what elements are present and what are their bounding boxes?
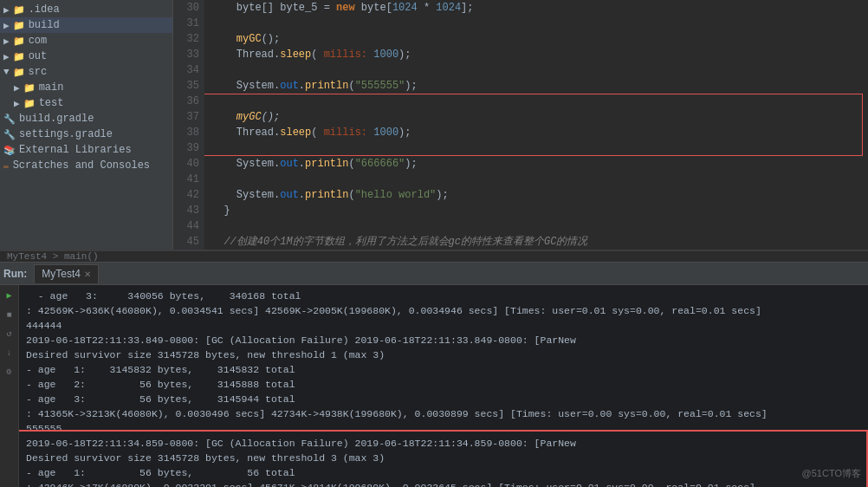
sidebar-item-label: settings.gradle — [19, 128, 113, 140]
stop-button[interactable]: ■ — [3, 308, 16, 321]
sidebar-item-label: com — [29, 35, 48, 47]
run-panel: Run: MyTest4 ✕ ▶ ■ ↺ ↓ ⚙ - age 3: 340056… — [0, 262, 868, 487]
scratch-icon: ✏️ — [3, 160, 10, 172]
code-line-37: myGC(); — [211, 109, 868, 125]
idea-folder-icon: 📁 — [13, 4, 25, 16]
console-line: 2019-06-18T22:11:34.859-0800: [GC (Alloc… — [26, 436, 861, 451]
sidebar-item-label: src — [29, 66, 48, 78]
out-folder-icon: 📁 — [13, 51, 25, 62]
code-editor: 30 31 32 33 34 35 36 37 38 39 40 41 42 4… — [173, 0, 868, 250]
close-tab-button[interactable]: ✕ — [84, 269, 91, 279]
code-area[interactable]: byte[] byte_5 = new byte[1024 * 1024]; m… — [204, 0, 868, 250]
code-line-42: System.out.println("hello world"); — [211, 187, 868, 203]
console-line: : 42569K->636K(46080K), 0.0034541 secs] … — [26, 303, 861, 318]
code-line-38: Thread.sleep( millis: 1000); — [211, 125, 868, 140]
code-line-30: byte[] byte_5 = new byte[1024 * 1024]; — [211, 0, 868, 16]
folder-expand-icon: ▼ — [3, 67, 10, 77]
console-line: - age 3: 56 bytes, 3145944 total — [26, 392, 861, 406]
folder-icon: ▶ — [3, 4, 10, 16]
console-line: : 43946K->17K(46080K), 0.0033201 secs] 4… — [26, 480, 861, 487]
console-line: : 41365K->3213K(46080K), 0.0030496 secs]… — [26, 406, 861, 421]
settings-button[interactable]: ⚙ — [3, 365, 16, 379]
code-line-34 — [211, 62, 868, 78]
sidebar-item-external-libraries[interactable]: 📚 External Libraries — [0, 142, 172, 158]
sidebar-item-scratches[interactable]: ✏️ Scratches and Consoles — [0, 158, 172, 173]
sidebar-item-label: build — [29, 19, 60, 31]
ext-lib-icon: 📚 — [3, 145, 16, 156]
rerun-button[interactable]: ↺ — [3, 327, 16, 341]
sidebar-item-label: build.gradle — [19, 113, 94, 125]
main-folder-icon: 📁 — [23, 82, 36, 94]
code-line-39 — [211, 140, 868, 156]
sidebar-item-label: Scratches and Consoles — [13, 159, 150, 172]
console-output[interactable]: - age 3: 340056 bytes, 340168 total : 42… — [19, 285, 868, 487]
breadcrumb: MyTest4 > main() — [7, 251, 99, 262]
sidebar-item-label: out — [29, 50, 48, 62]
run-tab-mytest4[interactable]: MyTest4 ✕ — [34, 264, 99, 283]
code-line-32: myGC(); — [211, 31, 868, 47]
com-folder-icon: 📁 — [13, 36, 25, 47]
console-line: - age 1: 3145832 bytes, 3145832 total — [26, 362, 861, 377]
console-line: Desired survivor size 3145728 bytes, new… — [26, 347, 861, 362]
scroll-end-button[interactable]: ↓ — [3, 346, 16, 360]
project-sidebar: ▶ 📁 .idea ▶ 📁 build ▶ 📁 com ▶ 📁 out ▼ 📁 … — [0, 0, 173, 250]
folder-arrow-icon: ▶ — [14, 82, 20, 94]
run-button[interactable]: ▶ — [3, 289, 16, 302]
console-line: Desired survivor size 3145728 bytes, new… — [26, 451, 861, 465]
sidebar-item-idea[interactable]: ▶ 📁 .idea — [0, 2, 172, 17]
code-line-44 — [211, 218, 868, 234]
code-line-31 — [211, 16, 868, 31]
code-line-41 — [211, 172, 868, 187]
run-tab-label: MyTest4 — [42, 268, 81, 280]
folder-arrow-icon: ▶ — [14, 98, 20, 109]
code-line-43: } — [211, 203, 868, 218]
run-label: Run: — [3, 268, 27, 280]
sidebar-item-com[interactable]: ▶ 📁 com — [0, 33, 172, 49]
src-folder-icon: 📁 — [13, 67, 25, 78]
folder-arrow-icon: ▶ — [3, 20, 10, 31]
console-left-bar: ▶ ■ ↺ ↓ ⚙ — [0, 285, 19, 487]
sidebar-item-test[interactable]: ▶ 📁 test — [0, 95, 172, 111]
sidebar-item-settings-gradle[interactable]: 🔧 settings.gradle — [0, 127, 172, 142]
console-line: - age 2: 56 bytes, 3145888 total — [26, 377, 861, 392]
code-line-36 — [211, 94, 868, 109]
test-folder-icon: 📁 — [23, 98, 36, 109]
code-line-33: Thread.sleep( millis: 1000); — [211, 47, 868, 62]
console-line: 444444 — [26, 318, 861, 333]
sidebar-item-out[interactable]: ▶ 📁 out — [0, 49, 172, 64]
folder-arrow-icon: ▶ — [3, 51, 10, 62]
line-numbers: 30 31 32 33 34 35 36 37 38 39 40 41 42 4… — [173, 0, 204, 250]
sidebar-item-label: External Libraries — [19, 144, 132, 156]
console-body: ▶ ■ ↺ ↓ ⚙ - age 3: 340056 bytes, 340168 … — [0, 285, 868, 487]
code-line-40: System.out.println("666666"); — [211, 156, 868, 172]
gradle-icon: 🔧 — [3, 114, 16, 125]
console-line: - age 1: 56 bytes, 56 total — [26, 465, 861, 480]
sidebar-item-label: main — [39, 81, 64, 94]
folder-arrow-icon: ▶ — [3, 36, 10, 47]
run-tab-bar: Run: MyTest4 ✕ — [0, 263, 868, 285]
console-line: - age 3: 340056 bytes, 340168 total — [26, 289, 861, 303]
sidebar-item-build[interactable]: ▶ 📁 build — [0, 17, 172, 33]
watermark: @51CTO博客 — [802, 467, 861, 480]
console-line: 2019-06-18T22:11:33.849-0800: [GC (Alloc… — [26, 333, 861, 347]
code-line-45: //创建40个1M的字节数组，利用了方法之后就会gc的特性来查看整个GC的情况 — [211, 234, 868, 250]
gradle-icon: 🔧 — [3, 129, 16, 140]
breadcrumb-bar: MyTest4 > main() — [0, 250, 868, 262]
sidebar-item-label: .idea — [29, 3, 60, 16]
sidebar-item-src[interactable]: ▼ 📁 src — [0, 64, 172, 80]
code-line-35: System.out.println("555555"); — [211, 78, 868, 94]
sidebar-item-label: test — [39, 97, 64, 109]
sidebar-item-build-gradle[interactable]: 🔧 build.gradle — [0, 111, 172, 127]
sidebar-item-main[interactable]: ▶ 📁 main — [0, 80, 172, 95]
console-line: 555555 — [26, 421, 861, 436]
build-folder-icon: 📁 — [13, 20, 25, 31]
